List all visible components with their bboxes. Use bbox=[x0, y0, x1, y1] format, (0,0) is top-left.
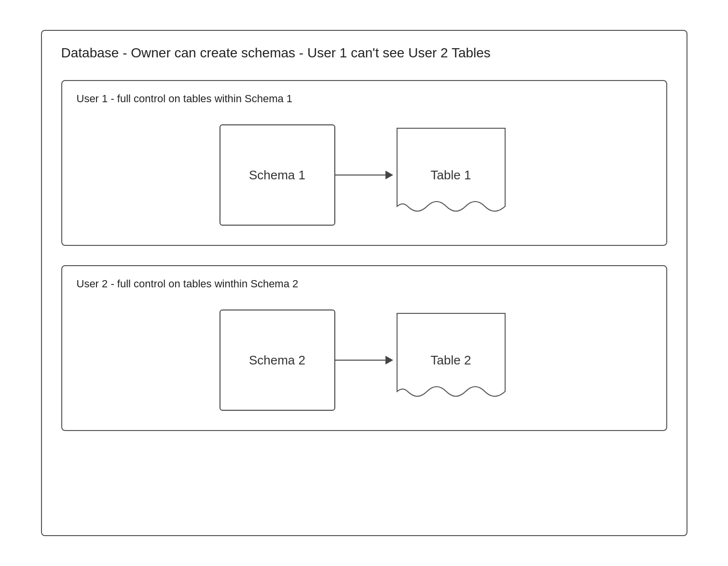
table2-label: Table 2 bbox=[431, 353, 471, 368]
arrow2-head bbox=[385, 356, 393, 364]
database-title: Database - Owner can create schemas - Us… bbox=[61, 45, 667, 61]
table2-shape: Table 2 bbox=[393, 310, 509, 411]
user1-diagram-row: Schema 1 Table 1 bbox=[77, 120, 652, 230]
table1-shape: Table 1 bbox=[393, 124, 509, 226]
arrow2-line bbox=[335, 360, 385, 361]
arrow1 bbox=[335, 171, 393, 179]
user2-diagram-row: Schema 2 Table 2 bbox=[77, 305, 652, 416]
schema1-label: Schema 1 bbox=[249, 168, 305, 183]
user1-box: User 1 - full control on tables within S… bbox=[61, 80, 667, 246]
arrow1-head bbox=[385, 171, 393, 179]
arrow2 bbox=[335, 356, 393, 364]
schema2-label: Schema 2 bbox=[249, 353, 305, 368]
user1-title: User 1 - full control on tables within S… bbox=[77, 93, 652, 105]
database-box: Database - Owner can create schemas - Us… bbox=[41, 30, 687, 536]
user2-box: User 2 - full control on tables winthin … bbox=[61, 265, 667, 431]
canvas: Database - Owner can create schemas - Us… bbox=[0, 0, 728, 566]
table1-label: Table 1 bbox=[431, 168, 471, 183]
arrow1-line bbox=[335, 175, 385, 175]
schema2-box: Schema 2 bbox=[220, 310, 335, 411]
schema1-box: Schema 1 bbox=[220, 124, 335, 226]
user2-title: User 2 - full control on tables winthin … bbox=[77, 278, 652, 290]
